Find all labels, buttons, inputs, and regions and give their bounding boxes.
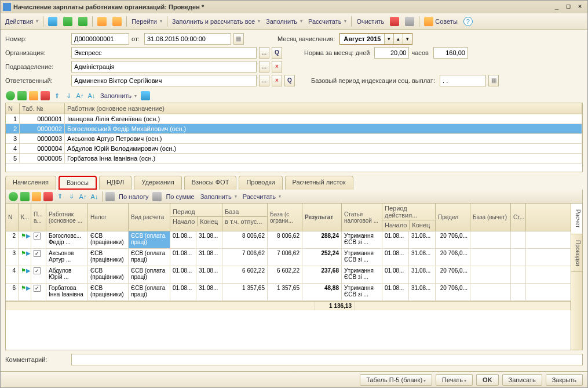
sort-asc-icon[interactable]: A↑ [75, 90, 85, 101]
base-period-cal-button[interactable]: ▦ [488, 75, 499, 86]
d-down-icon[interactable]: ⇓ [66, 191, 76, 202]
norm-days-input[interactable] [374, 47, 409, 59]
goto-menu[interactable]: Перейти [129, 17, 165, 26]
norm-label: Норма за месяц: дней [304, 49, 370, 56]
comment-input[interactable] [71, 354, 583, 365]
detail-row[interactable]: 2⚑▶✓Богословс... Федір ...ЄСВ (працівник… [6, 231, 571, 249]
tab-accruals[interactable]: Начисления [5, 176, 56, 190]
calc-menu[interactable]: Рассчитать [306, 17, 349, 26]
base-period-label: Базовый период индексации соц. выплат: [311, 77, 435, 84]
month-value: Август 2015 [340, 35, 384, 42]
tab-entries[interactable]: Проводки [239, 176, 282, 190]
print-button[interactable]: Печать [436, 374, 473, 386]
minimize-button[interactable]: _ [552, 2, 562, 12]
resp-input[interactable] [71, 75, 257, 86]
edit-row-icon[interactable] [28, 90, 39, 101]
detail-row[interactable]: 6⚑▶✓Горбатова Інна ІванівнаЄСВ (працівни… [6, 284, 571, 301]
grid-icon[interactable] [403, 16, 417, 27]
number-input[interactable] [71, 33, 129, 45]
emp-row[interactable]: 20000002Богословський Федір Михайлович (… [6, 124, 582, 134]
by-sum-button[interactable]: По сумме [163, 192, 196, 201]
emp-row[interactable]: 30000003Аксьонов Артур Петрович (осн.) [6, 134, 582, 144]
base-period-input[interactable] [440, 75, 486, 86]
employee-grid[interactable]: N Таб. № Работник (основное назначение) … [5, 103, 583, 172]
dept-clear-button[interactable]: × [272, 61, 282, 72]
resp-info-button[interactable]: Q [284, 75, 295, 86]
tab-contrib-fot[interactable]: Взносы ФОТ [184, 176, 237, 190]
help-button[interactable]: ? [461, 16, 475, 27]
org-input[interactable] [71, 47, 257, 59]
month-label: Месяц начисления: [277, 35, 335, 42]
detail-grid[interactable]: N К... П... а... Работник (основное ... … [6, 204, 571, 350]
d-up-icon[interactable]: ⇑ [54, 191, 65, 202]
sort-desc-icon[interactable]: A↓ [86, 90, 97, 101]
move-up-icon[interactable]: ⇑ [52, 90, 62, 101]
month-up-icon[interactable]: ▴ [393, 34, 403, 44]
date-input[interactable] [144, 33, 231, 45]
detail-row[interactable]: 4⚑▶✓Абдулов Юрій ...ЄСВ (працівники)ЄСВ … [6, 266, 571, 284]
resp-clear-button[interactable]: × [272, 75, 282, 86]
dept-select-button[interactable]: ... [259, 61, 269, 72]
resp-label: Ответственный: [5, 77, 69, 84]
dept-label: Подразделение: [5, 63, 69, 70]
calendar-button[interactable]: ▦ [233, 33, 244, 45]
d-sort-desc-icon[interactable]: A↓ [89, 191, 100, 202]
month-dropdown-icon[interactable]: ▾ [384, 34, 393, 44]
doc1-icon[interactable] [95, 16, 109, 27]
refresh-icon[interactable] [76, 16, 90, 27]
by-sum-icon[interactable] [152, 191, 162, 202]
move-down-icon[interactable]: ⇓ [63, 90, 74, 101]
add-copy-icon[interactable] [17, 90, 27, 101]
tab-deductions[interactable]: Удержания [134, 176, 181, 190]
tips-button[interactable]: Советы [422, 16, 459, 27]
total-row: 1 136,13 [6, 301, 571, 310]
comment-label: Комментарий: [5, 356, 69, 363]
emp-row[interactable]: 10000001Іванцова Лілія Євгеніївна (осн.) [6, 114, 582, 124]
maximize-button[interactable]: □ [563, 2, 574, 12]
delete-row-icon[interactable] [40, 90, 50, 101]
resp-select-button[interactable]: ... [259, 75, 269, 86]
d-edit-icon[interactable] [31, 191, 42, 202]
selection-icon[interactable] [140, 90, 151, 101]
fill-menu[interactable]: Заполнить [264, 17, 305, 26]
side-tab-calc[interactable]: Расчет [571, 204, 582, 234]
main-toolbar: Действия Перейти Заполнить и рассчитать … [1, 13, 587, 30]
close-doc-button[interactable]: Закрыть [546, 374, 583, 386]
tab-ndfl[interactable]: НДФЛ [99, 176, 132, 190]
d-copy-icon[interactable] [20, 191, 30, 202]
detail-row[interactable]: 3⚑▶✓Аксьонов Артур ...ЄСВ (працівники)ЄС… [6, 249, 571, 266]
clear-button[interactable]: Очистить [354, 17, 386, 26]
doc2-icon[interactable] [110, 16, 124, 27]
side-tab-entries[interactable]: Проводки [571, 234, 582, 273]
actions-menu[interactable]: Действия [3, 17, 41, 26]
ok-button[interactable]: OK [476, 374, 499, 386]
emp-row[interactable]: 40000004Абдулов Юрій Володимирович (осн.… [6, 144, 582, 154]
month-down-icon[interactable]: ▾ [403, 34, 412, 44]
d-delete-icon[interactable] [43, 191, 53, 202]
emp-fill-menu[interactable]: Заполнить [98, 91, 139, 100]
dcol-limit: Предел [436, 204, 470, 231]
emp-row[interactable]: 50000005Горбатова Інна Іванівна (осн.) [6, 154, 582, 164]
save-button[interactable]: Записать [502, 374, 542, 386]
norm-hours-input[interactable] [433, 47, 468, 59]
d-add-icon[interactable] [8, 191, 19, 202]
d-fill-menu[interactable]: Заполнить [198, 192, 239, 201]
month-selector[interactable]: Август 2015 ▾ ▴ ▾ [339, 33, 412, 45]
add-row-icon[interactable] [5, 90, 16, 101]
tab-contributions[interactable]: Взносы [59, 176, 97, 190]
tabel-button[interactable]: Табель П-5 (бланк) [360, 374, 432, 386]
close-button[interactable]: ✕ [575, 2, 585, 12]
save-icon[interactable] [46, 16, 60, 27]
org-select-button[interactable]: ... [259, 47, 269, 59]
by-tax-icon[interactable] [105, 191, 115, 202]
dept-input[interactable] [71, 61, 257, 72]
titlebar: Начисление зарплаты работникам организац… [1, 1, 587, 13]
fill-calc-all-button[interactable]: Заполнить и рассчитать все [170, 17, 262, 26]
d-sort-asc-icon[interactable]: A↑ [78, 191, 88, 202]
org-info-button[interactable]: Q [272, 47, 282, 59]
dk-icon[interactable] [388, 16, 401, 27]
post-icon[interactable] [61, 16, 75, 27]
tab-payslip[interactable]: Расчетный листок [285, 176, 353, 190]
by-tax-button[interactable]: По налогу [116, 192, 151, 201]
d-calc-menu[interactable]: Рассчитать [240, 192, 283, 201]
